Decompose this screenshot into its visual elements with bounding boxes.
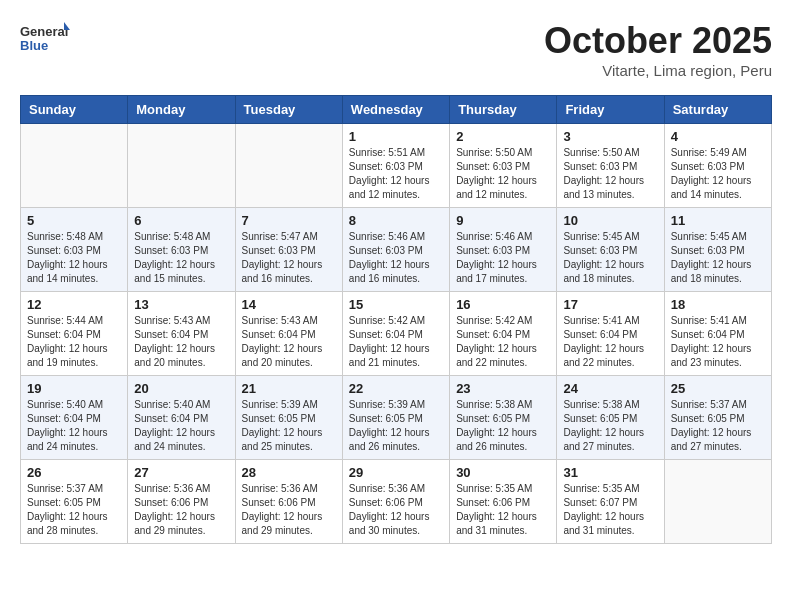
day-info: Sunrise: 5:50 AM Sunset: 6:03 PM Dayligh… [563, 146, 657, 202]
calendar-week-row: 12Sunrise: 5:44 AM Sunset: 6:04 PM Dayli… [21, 292, 772, 376]
calendar-day: 12Sunrise: 5:44 AM Sunset: 6:04 PM Dayli… [21, 292, 128, 376]
day-number: 14 [242, 297, 336, 312]
day-number: 20 [134, 381, 228, 396]
calendar-day: 10Sunrise: 5:45 AM Sunset: 6:03 PM Dayli… [557, 208, 664, 292]
day-info: Sunrise: 5:39 AM Sunset: 6:05 PM Dayligh… [349, 398, 443, 454]
calendar-week-row: 26Sunrise: 5:37 AM Sunset: 6:05 PM Dayli… [21, 460, 772, 544]
day-number: 5 [27, 213, 121, 228]
day-info: Sunrise: 5:40 AM Sunset: 6:04 PM Dayligh… [134, 398, 228, 454]
day-info: Sunrise: 5:45 AM Sunset: 6:03 PM Dayligh… [671, 230, 765, 286]
day-number: 8 [349, 213, 443, 228]
day-number: 24 [563, 381, 657, 396]
calendar-day: 29Sunrise: 5:36 AM Sunset: 6:06 PM Dayli… [342, 460, 449, 544]
calendar-day: 4Sunrise: 5:49 AM Sunset: 6:03 PM Daylig… [664, 124, 771, 208]
logo-svg: General Blue [20, 20, 70, 62]
calendar-day [235, 124, 342, 208]
calendar-day: 3Sunrise: 5:50 AM Sunset: 6:03 PM Daylig… [557, 124, 664, 208]
col-header-sunday: Sunday [21, 96, 128, 124]
svg-text:General: General [20, 24, 68, 39]
day-number: 21 [242, 381, 336, 396]
day-info: Sunrise: 5:35 AM Sunset: 6:06 PM Dayligh… [456, 482, 550, 538]
day-info: Sunrise: 5:48 AM Sunset: 6:03 PM Dayligh… [27, 230, 121, 286]
day-info: Sunrise: 5:41 AM Sunset: 6:04 PM Dayligh… [671, 314, 765, 370]
col-header-monday: Monday [128, 96, 235, 124]
day-info: Sunrise: 5:39 AM Sunset: 6:05 PM Dayligh… [242, 398, 336, 454]
calendar-day: 31Sunrise: 5:35 AM Sunset: 6:07 PM Dayli… [557, 460, 664, 544]
day-info: Sunrise: 5:46 AM Sunset: 6:03 PM Dayligh… [456, 230, 550, 286]
day-info: Sunrise: 5:40 AM Sunset: 6:04 PM Dayligh… [27, 398, 121, 454]
calendar-day: 30Sunrise: 5:35 AM Sunset: 6:06 PM Dayli… [450, 460, 557, 544]
calendar-day: 27Sunrise: 5:36 AM Sunset: 6:06 PM Dayli… [128, 460, 235, 544]
calendar-day: 2Sunrise: 5:50 AM Sunset: 6:03 PM Daylig… [450, 124, 557, 208]
calendar-day: 6Sunrise: 5:48 AM Sunset: 6:03 PM Daylig… [128, 208, 235, 292]
day-info: Sunrise: 5:46 AM Sunset: 6:03 PM Dayligh… [349, 230, 443, 286]
day-number: 30 [456, 465, 550, 480]
day-number: 15 [349, 297, 443, 312]
day-info: Sunrise: 5:35 AM Sunset: 6:07 PM Dayligh… [563, 482, 657, 538]
day-info: Sunrise: 5:51 AM Sunset: 6:03 PM Dayligh… [349, 146, 443, 202]
calendar-day: 21Sunrise: 5:39 AM Sunset: 6:05 PM Dayli… [235, 376, 342, 460]
day-number: 2 [456, 129, 550, 144]
day-number: 17 [563, 297, 657, 312]
calendar: SundayMondayTuesdayWednesdayThursdayFrid… [20, 95, 772, 544]
calendar-day: 19Sunrise: 5:40 AM Sunset: 6:04 PM Dayli… [21, 376, 128, 460]
calendar-day: 24Sunrise: 5:38 AM Sunset: 6:05 PM Dayli… [557, 376, 664, 460]
day-info: Sunrise: 5:41 AM Sunset: 6:04 PM Dayligh… [563, 314, 657, 370]
day-number: 18 [671, 297, 765, 312]
calendar-day: 8Sunrise: 5:46 AM Sunset: 6:03 PM Daylig… [342, 208, 449, 292]
day-number: 26 [27, 465, 121, 480]
calendar-day: 17Sunrise: 5:41 AM Sunset: 6:04 PM Dayli… [557, 292, 664, 376]
calendar-day: 16Sunrise: 5:42 AM Sunset: 6:04 PM Dayli… [450, 292, 557, 376]
day-number: 22 [349, 381, 443, 396]
calendar-week-row: 19Sunrise: 5:40 AM Sunset: 6:04 PM Dayli… [21, 376, 772, 460]
col-header-tuesday: Tuesday [235, 96, 342, 124]
day-number: 4 [671, 129, 765, 144]
calendar-day: 25Sunrise: 5:37 AM Sunset: 6:05 PM Dayli… [664, 376, 771, 460]
day-number: 19 [27, 381, 121, 396]
calendar-day: 23Sunrise: 5:38 AM Sunset: 6:05 PM Dayli… [450, 376, 557, 460]
calendar-day: 5Sunrise: 5:48 AM Sunset: 6:03 PM Daylig… [21, 208, 128, 292]
day-info: Sunrise: 5:42 AM Sunset: 6:04 PM Dayligh… [349, 314, 443, 370]
day-number: 28 [242, 465, 336, 480]
day-number: 6 [134, 213, 228, 228]
day-info: Sunrise: 5:36 AM Sunset: 6:06 PM Dayligh… [134, 482, 228, 538]
day-info: Sunrise: 5:38 AM Sunset: 6:05 PM Dayligh… [563, 398, 657, 454]
day-number: 29 [349, 465, 443, 480]
day-number: 3 [563, 129, 657, 144]
day-info: Sunrise: 5:38 AM Sunset: 6:05 PM Dayligh… [456, 398, 550, 454]
day-info: Sunrise: 5:49 AM Sunset: 6:03 PM Dayligh… [671, 146, 765, 202]
calendar-day: 1Sunrise: 5:51 AM Sunset: 6:03 PM Daylig… [342, 124, 449, 208]
day-number: 1 [349, 129, 443, 144]
logo: General Blue [20, 20, 70, 62]
col-header-saturday: Saturday [664, 96, 771, 124]
day-info: Sunrise: 5:45 AM Sunset: 6:03 PM Dayligh… [563, 230, 657, 286]
svg-text:Blue: Blue [20, 38, 48, 53]
day-number: 9 [456, 213, 550, 228]
day-info: Sunrise: 5:36 AM Sunset: 6:06 PM Dayligh… [242, 482, 336, 538]
calendar-day [128, 124, 235, 208]
calendar-week-row: 1Sunrise: 5:51 AM Sunset: 6:03 PM Daylig… [21, 124, 772, 208]
day-info: Sunrise: 5:50 AM Sunset: 6:03 PM Dayligh… [456, 146, 550, 202]
day-info: Sunrise: 5:37 AM Sunset: 6:05 PM Dayligh… [671, 398, 765, 454]
col-header-wednesday: Wednesday [342, 96, 449, 124]
day-info: Sunrise: 5:47 AM Sunset: 6:03 PM Dayligh… [242, 230, 336, 286]
day-info: Sunrise: 5:48 AM Sunset: 6:03 PM Dayligh… [134, 230, 228, 286]
day-info: Sunrise: 5:43 AM Sunset: 6:04 PM Dayligh… [134, 314, 228, 370]
day-number: 12 [27, 297, 121, 312]
day-info: Sunrise: 5:44 AM Sunset: 6:04 PM Dayligh… [27, 314, 121, 370]
calendar-day: 22Sunrise: 5:39 AM Sunset: 6:05 PM Dayli… [342, 376, 449, 460]
calendar-day: 13Sunrise: 5:43 AM Sunset: 6:04 PM Dayli… [128, 292, 235, 376]
day-number: 27 [134, 465, 228, 480]
calendar-day: 14Sunrise: 5:43 AM Sunset: 6:04 PM Dayli… [235, 292, 342, 376]
calendar-header-row: SundayMondayTuesdayWednesdayThursdayFrid… [21, 96, 772, 124]
calendar-day: 11Sunrise: 5:45 AM Sunset: 6:03 PM Dayli… [664, 208, 771, 292]
day-info: Sunrise: 5:42 AM Sunset: 6:04 PM Dayligh… [456, 314, 550, 370]
calendar-day [664, 460, 771, 544]
day-number: 25 [671, 381, 765, 396]
day-info: Sunrise: 5:36 AM Sunset: 6:06 PM Dayligh… [349, 482, 443, 538]
day-number: 16 [456, 297, 550, 312]
day-info: Sunrise: 5:37 AM Sunset: 6:05 PM Dayligh… [27, 482, 121, 538]
calendar-day: 20Sunrise: 5:40 AM Sunset: 6:04 PM Dayli… [128, 376, 235, 460]
day-number: 10 [563, 213, 657, 228]
day-number: 23 [456, 381, 550, 396]
